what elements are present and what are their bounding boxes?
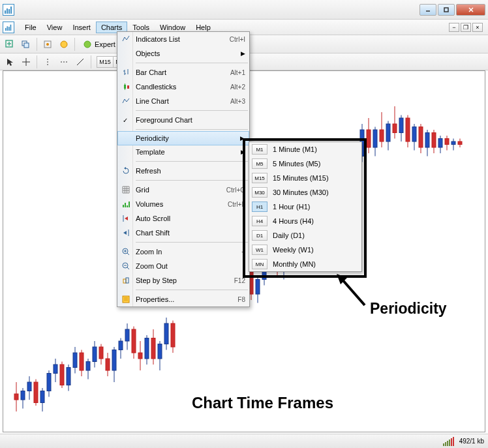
svg-rect-54 (60, 365, 64, 385)
menu-template[interactable]: Template ▶ (117, 145, 249, 159)
tf-m15-button[interactable]: M15 (97, 56, 114, 68)
menu-bar-chart[interactable]: Bar Chart Alt+1 (117, 65, 249, 80)
svg-rect-62 (86, 362, 90, 371)
periodicity-h1[interactable]: H11 Hour (H1) (249, 200, 361, 214)
svg-rect-46 (34, 382, 38, 403)
crosshair-button[interactable] (19, 55, 33, 69)
svg-rect-56 (67, 368, 70, 385)
market-watch-button[interactable] (40, 37, 55, 52)
svg-rect-64 (93, 347, 97, 362)
svg-rect-76 (132, 329, 136, 353)
menu-auto-scroll[interactable]: Auto Scroll (117, 211, 249, 226)
menu-refresh[interactable]: Refresh (117, 164, 249, 178)
periodicity-m5[interactable]: M55 Minutes (M5) (249, 157, 361, 171)
periodicity-label: Weekly (W1) (273, 246, 314, 254)
svg-rect-160 (458, 142, 462, 145)
menu-volumes[interactable]: Volumes Ctrl+L (117, 197, 249, 211)
menu-zoom-out[interactable]: Zoom Out - (117, 259, 249, 273)
svg-rect-60 (80, 353, 84, 370)
chart-shift-icon (120, 227, 132, 239)
window-maximize-button[interactable] (438, 4, 455, 16)
svg-rect-138 (386, 124, 390, 142)
menu-view[interactable]: View (42, 22, 68, 33)
menu-line-chart[interactable]: Line Chart Alt+3 (117, 94, 249, 108)
tf-badge-m1: M1 (252, 144, 267, 155)
svg-rect-48 (40, 391, 44, 403)
window-minimize-button[interactable] (419, 4, 436, 16)
svg-rect-9 (7, 26, 8, 31)
app-icon-small (3, 22, 14, 33)
tf-badge-w1: W1 (252, 245, 267, 255)
svg-rect-146 (412, 127, 416, 142)
menu-zoom-in[interactable]: Zoom In + (117, 245, 249, 259)
svg-rect-98 (256, 280, 260, 295)
svg-rect-134 (373, 130, 377, 147)
statusbar: 492/1 kb (0, 434, 488, 448)
status-kb-label: 492/1 kb (459, 438, 484, 445)
periodicity-mn[interactable]: MNMonthly (MN) (249, 257, 361, 271)
svg-rect-74 (125, 329, 129, 341)
menu-objects[interactable]: Objects ▶ (117, 46, 249, 61)
svg-point-20 (84, 41, 91, 48)
trendline-button[interactable] (73, 55, 87, 69)
periodicity-label: 1 Minute (M1) (273, 145, 317, 153)
menu-file[interactable]: File (20, 22, 42, 33)
line-chart-icon (120, 95, 132, 107)
periodicity-label: Daily (D1) (273, 231, 305, 239)
svg-rect-72 (119, 341, 123, 350)
svg-rect-152 (432, 133, 436, 148)
svg-rect-181 (123, 279, 126, 283)
periodicity-label: 4 Hours (H4) (273, 217, 314, 225)
svg-rect-16 (24, 43, 29, 48)
menu-indicators-list[interactable]: Indicators List Ctrl+I (117, 32, 249, 46)
svg-rect-167 (127, 85, 129, 89)
menu-insert[interactable]: Insert (67, 22, 96, 33)
window-titlebar (0, 0, 488, 20)
auto-scroll-icon (120, 213, 132, 224)
menu-foreground-chart[interactable]: ✓ Foreground Chart (117, 113, 249, 127)
svg-rect-5 (444, 8, 448, 12)
window-close-button[interactable] (456, 4, 485, 16)
hline-button[interactable] (57, 55, 71, 69)
periodicity-h4[interactable]: H44 Hours (H4) (249, 214, 361, 228)
tf-badge-mn: MN (252, 259, 267, 269)
profiles-button[interactable] (19, 37, 33, 52)
periodicity-label: 5 Minutes (M5) (273, 160, 320, 168)
navigator-button[interactable] (57, 37, 71, 52)
periodicity-m15[interactable]: M1515 Minutes (M15) (249, 171, 361, 185)
mdi-restore-button[interactable]: ❐ (461, 23, 471, 32)
svg-rect-169 (125, 203, 126, 207)
expert-icon (83, 40, 92, 49)
periodicity-m1[interactable]: M11 Minute (M1) (249, 142, 361, 157)
periodicity-w1[interactable]: W1Weekly (W1) (249, 243, 361, 257)
cursor-button[interactable] (3, 55, 17, 69)
submenu-arrow-icon: ▶ (240, 135, 245, 142)
svg-rect-70 (112, 350, 116, 371)
svg-rect-82 (151, 338, 155, 359)
svg-rect-68 (106, 359, 110, 370)
svg-rect-144 (406, 118, 410, 142)
tf-badge-m15: M15 (252, 173, 267, 183)
vline-button[interactable] (40, 55, 55, 69)
mdi-minimize-button[interactable]: − (449, 23, 459, 32)
menu-properties[interactable]: Properties... F8 (117, 292, 249, 306)
svg-rect-154 (438, 139, 442, 148)
menu-step-by-step[interactable]: Step by Step F12 (117, 273, 249, 288)
tf-badge-h4: H4 (252, 216, 267, 226)
periodicity-label: Monthly (MN) (273, 260, 316, 268)
menu-periodicity[interactable]: Periodicity ▶ (117, 131, 249, 145)
svg-rect-66 (99, 347, 103, 359)
svg-rect-10 (8, 27, 10, 31)
periodicity-m30[interactable]: M3030 Minutes (M30) (249, 185, 361, 200)
mdi-close-button[interactable]: × (472, 23, 483, 32)
menu-chart-shift[interactable]: Chart Shift (117, 226, 249, 240)
submenu-arrow-icon: ▶ (241, 149, 245, 155)
periodicity-submenu: M11 Minute (M1)M55 Minutes (M5)M1515 Min… (249, 142, 362, 272)
svg-rect-168 (123, 205, 124, 207)
menu-candlesticks[interactable]: Candlesticks Alt+2 (117, 80, 249, 94)
periodicity-d1[interactable]: D1Daily (D1) (249, 228, 361, 243)
menu-grid[interactable]: Grid Ctrl+G (117, 183, 249, 197)
svg-rect-1 (7, 8, 8, 14)
svg-rect-158 (451, 142, 455, 145)
new-chart-button[interactable] (3, 37, 17, 52)
